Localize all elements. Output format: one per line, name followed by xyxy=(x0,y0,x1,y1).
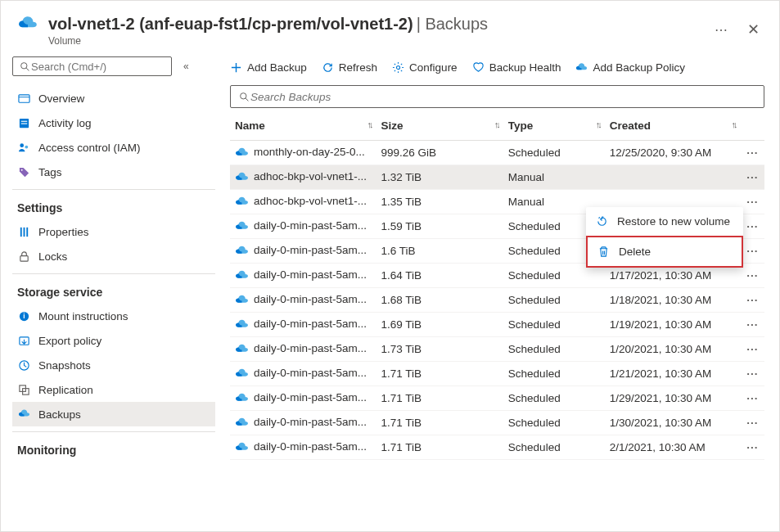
backup-icon xyxy=(235,293,249,307)
row-menu-button[interactable]: ··· xyxy=(741,214,764,239)
backups-icon xyxy=(17,408,30,421)
refresh-button[interactable]: Refresh xyxy=(322,61,377,74)
table-row[interactable]: daily-0-min-past-5am...1.71 TiBScheduled… xyxy=(230,411,764,435)
table-row[interactable]: adhoc-bkp-vol-vnet1-...1.32 TiBManual··· xyxy=(230,165,764,190)
column-name[interactable]: Name↑↓ xyxy=(230,111,376,141)
sidebar-item-replication[interactable]: Replication xyxy=(12,377,215,402)
row-menu-button[interactable]: ··· xyxy=(741,239,764,264)
sidebar-item-mount[interactable]: i Mount instructions xyxy=(12,304,215,328)
svg-point-8 xyxy=(25,145,28,148)
row-menu-button[interactable]: ··· xyxy=(741,165,764,190)
row-menu-button[interactable]: ··· xyxy=(741,264,764,288)
cell-type: Manual xyxy=(503,165,605,190)
sidebar-search-input[interactable] xyxy=(31,61,166,73)
collapse-sidebar-button[interactable]: « xyxy=(183,61,189,72)
cell-name: daily-0-min-past-5am... xyxy=(230,288,376,313)
row-menu-button[interactable]: ··· xyxy=(741,411,764,435)
sidebar-item-properties[interactable]: Properties xyxy=(12,219,215,244)
backup-icon xyxy=(235,367,249,381)
cell-created: 12/25/2020, 9:30 AM xyxy=(605,141,741,165)
sidebar-item-label: Tags xyxy=(38,166,62,178)
overview-icon xyxy=(17,92,30,105)
cell-name: monthly-on-day-25-0... xyxy=(230,141,376,165)
backups-filter[interactable] xyxy=(230,85,764,108)
svg-point-7 xyxy=(20,143,24,147)
table-row[interactable]: daily-0-min-past-5am...1.69 TiBScheduled… xyxy=(230,313,764,337)
sort-icon: ↑↓ xyxy=(494,119,498,129)
cell-created: 1/20/2021, 10:30 AM xyxy=(605,337,741,362)
backups-filter-input[interactable] xyxy=(250,91,757,103)
context-restore[interactable]: Restore to new volume xyxy=(586,207,743,236)
cell-name: daily-0-min-past-5am... xyxy=(230,435,376,460)
sort-icon: ↑↓ xyxy=(367,119,371,129)
table-row[interactable]: daily-0-min-past-5am...1.68 TiBScheduled… xyxy=(230,288,764,313)
add-policy-button[interactable]: Add Backup Policy xyxy=(575,61,685,74)
table-row[interactable]: daily-0-min-past-5am...1.71 TiBScheduled… xyxy=(230,435,764,460)
cell-created xyxy=(605,165,741,190)
cell-name: daily-0-min-past-5am... xyxy=(230,313,376,337)
search-icon xyxy=(18,60,31,73)
cell-name: adhoc-bkp-vol-vnet1-... xyxy=(230,165,376,190)
table-row[interactable]: daily-0-min-past-5am...1.71 TiBScheduled… xyxy=(230,362,764,386)
svg-line-22 xyxy=(246,98,248,101)
cell-size: 1.71 TiB xyxy=(376,362,503,386)
row-menu-button[interactable]: ··· xyxy=(741,190,764,214)
sidebar-item-label: Properties xyxy=(38,226,89,238)
context-delete[interactable]: Delete xyxy=(586,236,743,268)
svg-point-20 xyxy=(397,65,400,69)
row-menu-button[interactable]: ··· xyxy=(741,337,764,362)
page-subtitle: Volume xyxy=(48,35,711,47)
cell-size: 1.6 TiB xyxy=(376,239,503,264)
close-button[interactable]: ✕ xyxy=(744,17,763,42)
delete-icon xyxy=(597,246,611,258)
sort-icon: ↑↓ xyxy=(596,119,600,129)
sidebar-item-snapshots[interactable]: Snapshots xyxy=(12,353,215,377)
row-menu-button[interactable]: ··· xyxy=(741,141,764,165)
sidebar-search[interactable] xyxy=(12,56,172,76)
row-menu-button[interactable]: ··· xyxy=(741,362,764,386)
cell-type: Scheduled xyxy=(503,288,605,313)
cell-size: 1.71 TiB xyxy=(376,411,503,435)
svg-rect-13 xyxy=(20,255,27,261)
svg-rect-6 xyxy=(20,123,27,124)
cell-name: daily-0-min-past-5am... xyxy=(230,386,376,411)
row-menu-button[interactable]: ··· xyxy=(741,435,764,460)
table-row[interactable]: monthly-on-day-25-0...999.26 GiBSchedule… xyxy=(230,141,764,165)
backup-icon xyxy=(235,440,249,454)
backup-health-button[interactable]: Backup Health xyxy=(472,61,561,74)
more-actions-button[interactable]: ⋯ xyxy=(711,19,731,41)
configure-button[interactable]: Configure xyxy=(392,61,458,74)
sidebar-item-locks[interactable]: Locks xyxy=(12,244,215,268)
backup-icon xyxy=(235,391,249,405)
cell-name: daily-0-min-past-5am... xyxy=(230,337,376,362)
row-menu-button[interactable]: ··· xyxy=(741,313,764,337)
sidebar-item-tags[interactable]: Tags xyxy=(12,160,215,184)
column-type[interactable]: Type↑↓ xyxy=(503,111,605,141)
sidebar: « Overview Activity log Access control (… xyxy=(1,52,215,523)
sidebar-item-label: Snapshots xyxy=(38,359,91,372)
row-menu-button[interactable]: ··· xyxy=(741,386,764,411)
sidebar-item-export[interactable]: Export policy xyxy=(12,328,215,353)
table-row[interactable]: daily-0-min-past-5am...1.73 TiBScheduled… xyxy=(230,337,764,362)
svg-rect-11 xyxy=(23,227,25,236)
properties-icon xyxy=(17,225,30,238)
restore-icon xyxy=(596,215,609,228)
cell-type: Scheduled xyxy=(503,386,605,411)
sort-icon: ↑↓ xyxy=(732,119,736,129)
cell-name: daily-0-min-past-5am... xyxy=(230,362,376,386)
column-created[interactable]: Created↑↓ xyxy=(605,111,741,141)
sidebar-item-iam[interactable]: Access control (IAM) xyxy=(12,135,215,160)
cell-name: daily-0-min-past-5am... xyxy=(230,239,376,264)
sidebar-item-activity[interactable]: Activity log xyxy=(12,110,215,135)
column-size[interactable]: Size↑↓ xyxy=(376,111,503,141)
row-menu-button[interactable]: ··· xyxy=(741,288,764,313)
sidebar-item-overview[interactable]: Overview xyxy=(12,86,215,110)
sidebar-item-backups[interactable]: Backups xyxy=(12,402,215,426)
cell-size: 1.32 TiB xyxy=(376,165,503,190)
cell-size: 1.68 TiB xyxy=(376,288,503,313)
cell-size: 1.71 TiB xyxy=(376,435,503,460)
add-backup-button[interactable]: Add Backup xyxy=(230,61,307,74)
cell-size: 999.26 GiB xyxy=(376,141,503,165)
cloud-icon xyxy=(575,61,588,74)
table-row[interactable]: daily-0-min-past-5am...1.71 TiBScheduled… xyxy=(230,386,764,411)
